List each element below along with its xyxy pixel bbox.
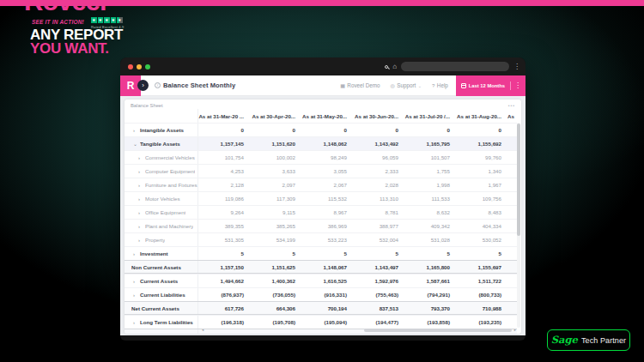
row-label-cell: Non Current Assets: [125, 261, 198, 273]
support-icon: ◎: [390, 82, 394, 88]
value-cell: 532,004: [353, 237, 404, 243]
close-button[interactable]: [128, 64, 133, 69]
table-row-office-equipment[interactable]: ›Office Equipment9,2649,1158,9678,7818,6…: [125, 205, 517, 219]
row-expand-chevron[interactable]: ›: [133, 128, 137, 133]
value-cell: 385,265: [250, 223, 301, 229]
table-row-non-current-assets[interactable]: Non Current Assets1,157,1501,151,6251,14…: [125, 260, 517, 274]
maximize-button[interactable]: [145, 64, 150, 69]
browser-titlebar: ⌂ ⋮: [120, 57, 526, 75]
value-cell: 8,967: [301, 209, 353, 215]
table-row-commercial-vehicles[interactable]: ›Commercial Vehicles101,754100,00298,249…: [125, 150, 517, 164]
row-label-cell: Net Current Assets: [125, 302, 198, 314]
value-cell: (794,291): [404, 292, 456, 298]
value-cell: (195,708): [250, 319, 301, 325]
value-cell: 0: [353, 127, 404, 133]
row-label-cell: ›Computer Equipment: [125, 165, 198, 178]
value-cell: 1,998: [404, 182, 456, 188]
value-cell: 710,988: [456, 305, 507, 311]
value-cell: 1,755: [404, 168, 456, 174]
nav-item-support[interactable]: ◎Support⌄: [390, 82, 422, 88]
nav-item-help[interactable]: ?Help: [432, 82, 448, 88]
column-header[interactable]: As at 31-May-20...: [301, 113, 353, 119]
nav-item-roveel-demo[interactable]: ▦Roveel Demo: [340, 82, 380, 88]
grid-icon: ▦: [340, 82, 345, 88]
app-menu-icon[interactable]: ⋮: [510, 81, 521, 90]
vertical-scrollbar[interactable]: [517, 123, 521, 328]
star-icon: ★: [98, 17, 104, 23]
table-row-furniture-and-fixtures[interactable]: ›Furniture and Fixtures2,1282,0972,0672,…: [125, 178, 517, 191]
value-cell: 533,223: [301, 237, 353, 243]
row-expand-chevron[interactable]: ›: [133, 251, 137, 256]
table-row-computer-equipment[interactable]: ›Computer Equipment4,2533,6333,0552,3331…: [125, 164, 517, 178]
horizontal-scrollbar-thumb[interactable]: [364, 329, 512, 333]
search-icon[interactable]: [385, 65, 388, 69]
card-menu-icon[interactable]: •••: [508, 103, 515, 108]
value-cell: 1,157,145: [198, 141, 250, 147]
value-cell: 531,028: [404, 237, 456, 243]
app-header: R › i Balance Sheet Monthly ▦Roveel Demo…: [120, 75, 526, 96]
row-expand-chevron[interactable]: ›: [138, 210, 143, 215]
row-expand-chevron[interactable]: ›: [133, 279, 137, 284]
row-expand-chevron[interactable]: ⌄: [133, 142, 137, 147]
row-expand-chevron[interactable]: ›: [138, 155, 143, 160]
row-expand-chevron[interactable]: ›: [138, 169, 143, 174]
row-label-cell: ›Office Equipment: [125, 206, 198, 219]
value-cell: (916,331): [301, 292, 353, 298]
horizontal-scrollbar[interactable]: ◂ ▸: [202, 328, 516, 333]
url-bar[interactable]: [401, 62, 509, 71]
info-icon: i: [155, 82, 161, 88]
value-cell: 664,306: [250, 305, 301, 311]
row-expand-chevron[interactable]: ›: [138, 196, 143, 202]
expand-sidebar-button[interactable]: ›: [137, 80, 149, 91]
table-row-motor-vehicles[interactable]: ›Motor Vehicles119,086117,309115,532113,…: [125, 191, 517, 205]
browser-menu-icon[interactable]: ⋮: [513, 63, 520, 70]
vertical-scrollbar-thumb[interactable]: [517, 124, 521, 236]
value-cell: 0: [456, 127, 507, 133]
table-row-current-liabilities[interactable]: ›Current Liabilities(876,937)(736,055)(9…: [125, 287, 517, 301]
row-expand-chevron[interactable]: ›: [138, 238, 143, 243]
value-cell: 8,781: [353, 209, 404, 215]
sage-logo: Sage: [551, 335, 578, 346]
row-label: Investment: [140, 250, 168, 256]
row-expand-chevron[interactable]: ›: [138, 183, 143, 188]
table-row-current-assets[interactable]: ›Current Assets1,494,6621,400,3621,616,5…: [125, 274, 517, 287]
table-row-property[interactable]: ›Property531,305534,199533,223532,004531…: [125, 232, 517, 246]
column-header[interactable]: As at 31-Jul-20 /...: [404, 113, 456, 119]
column-header[interactable]: As at 31-Aug-20...: [456, 113, 507, 119]
row-expand-chevron[interactable]: ›: [133, 320, 137, 325]
table-row-tangible-assets[interactable]: ⌄Tangible Assets1,157,1451,151,6201,148,…: [125, 136, 517, 150]
table-row-intangible-assets[interactable]: ›Intangible Assets000000: [125, 123, 517, 136]
calendar-icon: [461, 83, 466, 88]
column-header[interactable]: As: [507, 113, 517, 119]
column-header[interactable]: As at 30-Apr-20...: [250, 113, 301, 119]
value-cell: 0: [301, 127, 353, 133]
value-cell: 2,067: [301, 182, 353, 188]
scroll-left-icon[interactable]: ◂: [202, 328, 204, 333]
value-cell: 100,002: [250, 154, 301, 160]
value-cell: 1,400,362: [250, 278, 301, 284]
period-selector[interactable]: Last 12 Months ⋮: [456, 75, 526, 96]
nav-item-label: Roveel Demo: [347, 82, 380, 88]
row-label: Net Current Assets: [131, 305, 179, 311]
row-label-cell: ›Current Liabilities: [125, 288, 198, 301]
value-cell: 1,967: [456, 182, 507, 188]
value-cell: 8,632: [404, 209, 456, 215]
table-row-plant-and-machinery[interactable]: ›Plant and Machinery389,355385,265386,96…: [125, 219, 517, 232]
value-cell: 1,155,697: [456, 264, 507, 270]
column-header[interactable]: As at 30-Jun-20...: [353, 113, 404, 119]
table-row-investment[interactable]: ›Investment555555: [125, 246, 517, 260]
value-cell: 386,969: [301, 223, 353, 229]
row-label: Tangible Assets: [140, 141, 180, 147]
column-header[interactable]: As at 31-Mar-20 ...: [198, 113, 250, 119]
value-cell: 1,143,492: [353, 141, 404, 147]
table-row-long-term-liabilities[interactable]: ›Long Term Liabilities(196,318)(195,708)…: [125, 315, 517, 329]
table-row-net-current-assets[interactable]: Net Current Assets617,726664,306700,1948…: [125, 301, 517, 315]
row-expand-chevron[interactable]: ›: [138, 224, 143, 229]
scroll-right-icon[interactable]: ▸: [514, 328, 516, 333]
home-icon[interactable]: ⌂: [392, 63, 397, 70]
row-label-cell: ›Motor Vehicles: [125, 192, 198, 205]
row-expand-chevron[interactable]: ›: [133, 293, 137, 298]
value-cell: 99,760: [456, 154, 507, 160]
minimize-button[interactable]: [137, 64, 142, 69]
trustpilot-stars: ★★★★★: [91, 17, 123, 23]
